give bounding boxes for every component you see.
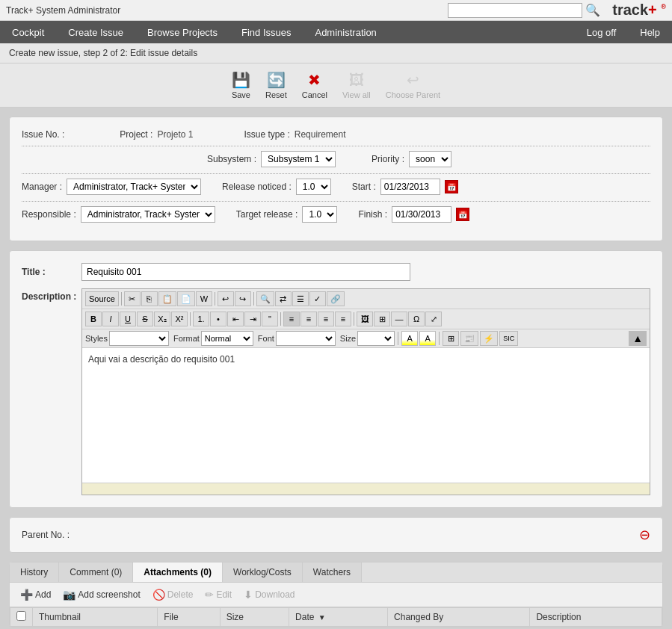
nav-log-off[interactable]: Log off: [575, 21, 629, 43]
undo-button[interactable]: ↩: [218, 291, 234, 306]
table-header-row: Thumbnail File Size Date ▼ Changed By De…: [10, 608, 662, 627]
styles-label: Styles: [85, 334, 108, 343]
maximize-button[interactable]: ⤢: [425, 312, 442, 326]
description-label: Description :: [22, 288, 81, 302]
find-button[interactable]: 🔍: [256, 291, 274, 306]
underline-button[interactable]: U: [120, 312, 136, 326]
nav-administration[interactable]: Administration: [303, 21, 388, 43]
logo-registered: ®: [661, 3, 666, 10]
strikethrough-button[interactable]: S: [137, 312, 153, 326]
spell-check-button[interactable]: ✓: [309, 291, 326, 306]
add-screenshot-button[interactable]: 📷 Add screenshot: [60, 587, 143, 602]
release-noticed-select[interactable]: 1.0: [296, 179, 331, 195]
finish-input[interactable]: [392, 206, 451, 223]
tab-attachments[interactable]: Attachments (0): [133, 563, 223, 582]
nav-help[interactable]: Help: [628, 21, 672, 43]
logo-text: track: [612, 1, 648, 18]
remove-parent-button[interactable]: ⊖: [639, 527, 650, 543]
priority-select[interactable]: soon: [409, 151, 451, 167]
nav-find-issues[interactable]: Find Issues: [229, 21, 303, 43]
edit-icon: ✏: [205, 589, 214, 601]
align-left-button[interactable]: ≡: [283, 312, 300, 326]
select-all-button[interactable]: ☰: [292, 291, 309, 306]
paste-button[interactable]: 📋: [158, 291, 176, 306]
font-select[interactable]: [276, 331, 336, 346]
search-input[interactable]: [448, 3, 582, 18]
size-select[interactable]: [357, 331, 395, 346]
copy-button[interactable]: ⎘: [141, 291, 158, 306]
manager-cell: Manager : Administrator, Track+ System !: [22, 179, 201, 195]
align-right-button[interactable]: ≡: [318, 312, 334, 326]
cut-button[interactable]: ✂: [124, 291, 141, 306]
tab-comment[interactable]: Comment (0): [59, 563, 133, 582]
th-file: File: [158, 608, 220, 627]
outdent-button[interactable]: ⇤: [227, 312, 244, 326]
finish-calendar-icon[interactable]: 📅: [456, 208, 469, 221]
italic-button[interactable]: I: [102, 312, 119, 326]
editor-toolbar-row-2: B I U S X₂ X² 1. • ⇤ ⇥ " ≡ ≡: [85, 311, 647, 327]
sic-button[interactable]: SIC: [499, 331, 518, 346]
manager-select[interactable]: Administrator, Track+ System !: [67, 179, 201, 195]
responsible-select[interactable]: Administrator, Track+ System !: [81, 206, 215, 223]
hr-button[interactable]: —: [391, 312, 407, 326]
search-button[interactable]: 🔍: [585, 3, 600, 17]
sep7: [398, 332, 398, 345]
nav-create-issue[interactable]: Create Issue: [56, 21, 135, 43]
bold-button[interactable]: B: [85, 312, 102, 326]
nav-browse-projects[interactable]: Browse Projects: [135, 21, 229, 43]
project-label: Project :: [120, 129, 152, 140]
table-button[interactable]: ⊞: [374, 312, 390, 326]
indent-button[interactable]: ⇥: [244, 312, 261, 326]
redo-button[interactable]: ↪: [235, 291, 251, 306]
template-button[interactable]: 📰: [460, 331, 478, 346]
tab-worklog[interactable]: Worklog/Costs: [223, 563, 303, 582]
subscript-button[interactable]: X₂: [154, 312, 170, 326]
save-button[interactable]: 💾 Save: [226, 69, 256, 101]
add-button[interactable]: ➕ Add: [17, 587, 54, 602]
start-input[interactable]: [380, 179, 440, 195]
font-color-button[interactable]: A: [401, 331, 418, 346]
replace-button[interactable]: ⇄: [275, 291, 292, 306]
title-input[interactable]: [81, 263, 410, 281]
bg-color-button[interactable]: A: [419, 331, 436, 346]
superscript-button[interactable]: X²: [171, 312, 188, 326]
add-icon: ➕: [20, 589, 33, 601]
nav-cockpit[interactable]: Cockpit: [0, 21, 56, 43]
ol-button[interactable]: 1.: [193, 312, 209, 326]
title-desc-card: Title : Description : Source ✂ ⎘ 📋 📄 W: [9, 250, 663, 508]
subsystem-select[interactable]: Subsystem 1: [261, 151, 336, 167]
tab-watchers[interactable]: Watchers: [303, 563, 362, 582]
editor-toolbar-2: B I U S X₂ X² 1. • ⇤ ⇥ " ≡ ≡: [82, 309, 650, 329]
align-center-button[interactable]: ≡: [300, 312, 317, 326]
source-button[interactable]: Source: [85, 291, 119, 306]
flash-button[interactable]: ⚡: [480, 331, 498, 346]
delete-icon: 🚫: [152, 589, 165, 601]
meta-row-3: Manager : Administrator, Track+ System !…: [22, 179, 650, 195]
select-all-checkbox[interactable]: [16, 611, 26, 621]
styles-select[interactable]: [109, 331, 169, 346]
paste-word-button[interactable]: W: [196, 291, 212, 306]
editor-content[interactable]: Aqui vai a descrição do requisito 001: [82, 348, 650, 483]
release-noticed-label: Release noticed :: [222, 182, 292, 192]
finish-label: Finish :: [358, 209, 387, 220]
reset-button[interactable]: 🔄 Reset: [259, 69, 293, 101]
paste-text-button[interactable]: 📄: [177, 291, 195, 306]
special-char-button[interactable]: Ω: [408, 312, 425, 326]
blockquote-button[interactable]: ": [262, 312, 278, 326]
ul-button[interactable]: •: [210, 312, 226, 326]
image-button[interactable]: 🖼: [357, 312, 373, 326]
format-select[interactable]: Normal: [201, 331, 253, 346]
tab-history[interactable]: History: [10, 563, 59, 582]
start-calendar-icon[interactable]: 📅: [445, 180, 458, 193]
cancel-button[interactable]: ✖ Cancel: [296, 69, 333, 101]
scroll-up-button[interactable]: ▲: [629, 331, 647, 346]
table2-button[interactable]: ⊞: [443, 331, 459, 346]
target-release-select[interactable]: 1.0: [302, 206, 337, 223]
th-changed-by: Changed By: [388, 608, 530, 627]
th-size: Size: [220, 608, 289, 627]
th-date[interactable]: Date ▼: [289, 608, 388, 627]
responsible-cell: Responsible : Administrator, Track+ Syst…: [22, 206, 215, 223]
align-justify-button[interactable]: ≡: [335, 312, 351, 326]
link-button[interactable]: 🔗: [327, 291, 345, 306]
meta-row-1: Issue No. : Project : Projeto 1 Issue ty…: [22, 129, 650, 140]
